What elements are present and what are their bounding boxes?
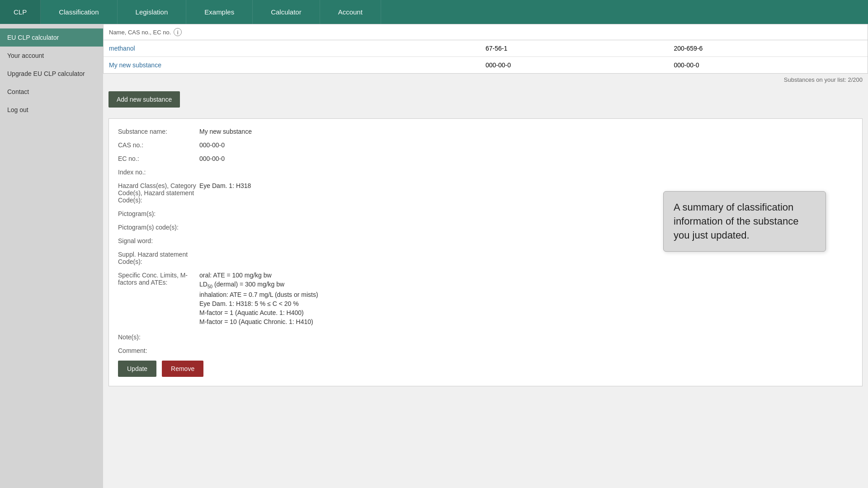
ate-line-6: M-factor = 10 (Aquatic Chronic. 1: H410) <box>199 318 318 325</box>
sidebar-item-upgrade[interactable]: Upgrade EU CLP calculator <box>0 65 103 83</box>
notes-label: Note(s): <box>118 333 199 341</box>
table-header-label: Name, CAS no., EC no. <box>109 29 171 36</box>
ec-methanol: 200-659-6 <box>674 45 863 52</box>
sidebar-item-eu-clp-calculator[interactable]: EU CLP calculator <box>0 28 103 47</box>
table-row[interactable]: My new substance 000-00-0 000-00-0 <box>104 57 868 73</box>
substance-name-label: Substance name: <box>118 128 199 135</box>
hazard-label: Hazard Class(es), Category Code(s), Haza… <box>118 182 199 204</box>
update-button[interactable]: Update <box>118 361 156 377</box>
suppl-hazard-label: Suppl. Hazard statement Code(s): <box>118 251 199 265</box>
nav-clp[interactable]: CLP <box>0 0 41 24</box>
substance-name-row: Substance name: My new substance <box>118 128 853 135</box>
top-navigation: CLP Classification Legislation Examples … <box>0 0 868 24</box>
ate-line-1: oral: ATE = 100 mg/kg bw <box>199 272 318 279</box>
substance-name-methanol: methanol <box>109 45 486 52</box>
action-buttons: Update Remove <box>118 361 853 377</box>
ate-label: Specific Conc. Limits, M-factors and ATE… <box>118 272 199 327</box>
ate-line-2: LD50 (dermal) = 300 mg/kg bw <box>199 281 318 289</box>
ate-list: oral: ATE = 100 mg/kg bw LD50 (dermal) =… <box>199 272 318 325</box>
nav-account[interactable]: Account <box>320 0 381 24</box>
table-row[interactable]: methanol 67-56-1 200-659-6 <box>104 40 868 57</box>
ate-line-3: inhalation: ATE = 0.7 mg/L (dusts or mis… <box>199 291 318 298</box>
ate-values: oral: ATE = 100 mg/kg bw LD50 (dermal) =… <box>199 272 318 327</box>
index-label: Index no.: <box>118 169 199 176</box>
ate-row: Specific Conc. Limits, M-factors and ATE… <box>118 272 853 327</box>
comment-row: Comment: <box>118 347 853 354</box>
ec-value: 000-00-0 <box>199 155 225 162</box>
signal-word-label: Signal word: <box>118 237 199 244</box>
main-content: Name, CAS no., EC no. i methanol 67-56-1… <box>103 24 868 488</box>
nav-classification[interactable]: Classification <box>41 0 117 24</box>
pictograms-label: Pictogram(s): <box>118 210 199 217</box>
table-header: Name, CAS no., EC no. i <box>104 24 868 40</box>
cas-value: 000-00-0 <box>199 141 225 149</box>
pictograms-code-label: Pictogram(s) code(s): <box>118 224 199 231</box>
comment-label: Comment: <box>118 347 199 354</box>
nav-calculator[interactable]: Calculator <box>253 0 320 24</box>
cas-label: CAS no.: <box>118 141 199 149</box>
substance-name-value: My new substance <box>199 128 252 135</box>
ate-line-5: M-factor = 1 (Aquatic Acute. 1: H400) <box>199 309 318 316</box>
info-icon[interactable]: i <box>174 28 182 36</box>
ate-line-4: Eye Dam. 1: H318: 5 % ≤ C < 20 % <box>199 300 318 307</box>
ec-row: EC no.: 000-00-0 <box>118 155 853 162</box>
sidebar-item-contact[interactable]: Contact <box>0 83 103 101</box>
cas-methanol: 67-56-1 <box>486 45 674 52</box>
suppl-hazard-row: Suppl. Hazard statement Code(s): <box>118 251 853 265</box>
hazard-value: Eye Dam. 1: H318 <box>199 182 251 204</box>
nav-legislation[interactable]: Legislation <box>118 0 187 24</box>
sidebar-item-your-account[interactable]: Your account <box>0 47 103 65</box>
remove-button[interactable]: Remove <box>162 361 203 377</box>
cas-new: 000-00-0 <box>486 61 674 69</box>
classification-tooltip: A summary of classification information … <box>663 191 826 252</box>
substances-table: Name, CAS no., EC no. i methanol 67-56-1… <box>103 24 868 74</box>
sidebar: EU CLP calculator Your account Upgrade E… <box>0 24 103 488</box>
sidebar-item-logout[interactable]: Log out <box>0 101 103 119</box>
ec-new: 000-00-0 <box>674 61 863 69</box>
substance-detail-card: Substance name: My new substance CAS no.… <box>108 118 863 386</box>
notes-row: Note(s): <box>118 333 853 341</box>
index-row: Index no.: <box>118 169 853 176</box>
add-new-substance-button[interactable]: Add new substance <box>108 91 180 108</box>
substances-count: Substances on your list: 2/200 <box>103 74 868 86</box>
cas-row: CAS no.: 000-00-0 <box>118 141 853 149</box>
nav-examples[interactable]: Examples <box>186 0 253 24</box>
ec-label: EC no.: <box>118 155 199 162</box>
substance-name-new: My new substance <box>109 61 486 69</box>
